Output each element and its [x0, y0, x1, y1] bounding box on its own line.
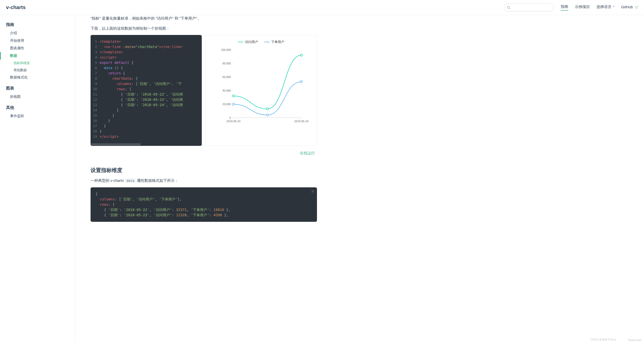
chart-legend: 访问用户下单用户	[206, 40, 317, 44]
online-run-row: 在线运行	[91, 151, 317, 156]
svg-text:100,000: 100,000	[221, 48, 231, 51]
content: "指标" 是量化衡量标准，例如表格中的 "访问用户" 和 "下单用户"。 下面，…	[75, 15, 327, 232]
sidebar-item[interactable]: 开始使用	[6, 37, 69, 45]
sidebar-heading: 其他	[6, 103, 69, 112]
svg-text:0: 0	[229, 116, 231, 119]
code-block-template: 1<template> 2 <ve-line :data="chartData"…	[91, 35, 202, 146]
svg-point-19	[232, 95, 234, 97]
search-icon	[507, 6, 510, 9]
svg-text:80,000: 80,000	[222, 62, 231, 65]
header-nav: 指南 示例项目 选择语言 GitHub	[504, 4, 638, 12]
nav-sample[interactable]: 示例项目	[575, 5, 590, 10]
svg-point-20	[266, 108, 268, 110]
nav-github[interactable]: GitHub	[621, 5, 638, 10]
svg-text:2018-05-22: 2018-05-22	[226, 120, 240, 123]
section-paragraph: 一种典型的 v-charts data 属性数据格式如下所示：	[91, 177, 317, 184]
svg-text:2018-05-24: 2018-05-24	[294, 120, 308, 123]
svg-point-23	[266, 114, 268, 116]
chart-panel: 访问用户下单用户 020,00040,00060,00080,000100,00…	[205, 35, 317, 146]
intro-paragraph-1: "指标" 是量化衡量标准，例如表格中的 "访问用户" 和 "下单用户"。	[91, 15, 317, 22]
sidebar-heading: 图表	[6, 84, 69, 93]
sidebar-item[interactable]: 图表属性	[6, 45, 69, 52]
svg-text:40,000: 40,000	[222, 89, 231, 92]
sidebar: 指南介绍开始使用图表属性数据指标和维度简化数据数据格式化图表折线图其他事件监听	[0, 15, 75, 232]
online-run-link[interactable]: 在线运行	[300, 151, 315, 155]
external-link-icon	[635, 6, 638, 9]
header: v-charts 指南 示例项目 选择语言 GitHub	[0, 0, 644, 15]
svg-line-1	[509, 8, 510, 9]
legend-item[interactable]: 访问用户	[238, 40, 258, 44]
code-lang-label: js	[312, 189, 314, 193]
sidebar-item[interactable]: 数据格式化	[6, 74, 69, 81]
legend-item[interactable]: 下单用户	[264, 40, 284, 44]
svg-point-24	[300, 81, 302, 83]
sidebar-heading: 指南	[6, 20, 69, 29]
sidebar-item[interactable]: 事件监听	[6, 112, 69, 120]
sidebar-item[interactable]: 折线图	[6, 93, 69, 101]
code-block-data: js { columns: ['日期', '访问用户', '下单用户'], ro…	[91, 187, 317, 222]
line-chart: 020,00040,00060,00080,000100,0002018-05-…	[206, 47, 317, 125]
sidebar-sub-item[interactable]: 指标和维度	[6, 60, 69, 67]
sidebar-sub-item[interactable]: 简化数据	[6, 67, 69, 74]
intro-paragraph-2: 下面，以上面的这组数据为例绘制一个折线图：	[91, 25, 317, 32]
nav-language[interactable]: 选择语言	[596, 5, 615, 10]
svg-point-22	[232, 103, 234, 105]
logo[interactable]: v-charts	[6, 5, 26, 10]
sidebar-item[interactable]: 介绍	[6, 29, 69, 37]
svg-point-0	[507, 6, 510, 8]
sidebar-item[interactable]: 数据	[0, 52, 69, 60]
nav-guide[interactable]: 指南	[561, 4, 568, 11]
scrollbar-thumb[interactable]	[91, 143, 141, 145]
search-box	[504, 4, 554, 12]
scrollbar-track[interactable]	[91, 143, 202, 146]
search-input[interactable]	[504, 4, 554, 12]
inline-code-data: data	[125, 178, 136, 183]
section-title: 设置指标维度	[91, 167, 317, 174]
svg-point-21	[300, 54, 302, 56]
svg-text:20,000: 20,000	[222, 103, 231, 106]
svg-text:60,000: 60,000	[222, 75, 231, 78]
